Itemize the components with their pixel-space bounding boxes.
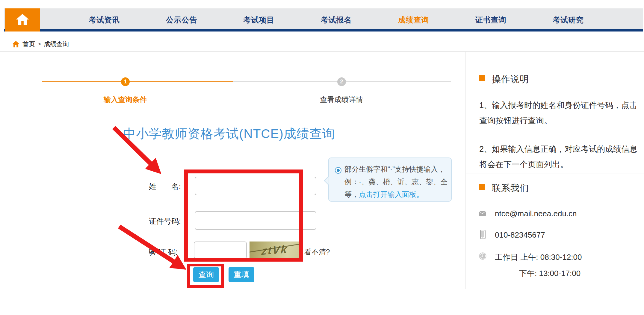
sidebar-section-divider: [466, 173, 644, 173]
contact-phone: 010-82345677: [495, 230, 545, 240]
contact-hours-morning: 工作日 上午: 08:30-12:00: [495, 252, 582, 262]
radio-bullet-icon: [335, 167, 341, 174]
breadcrumb-home-icon: [12, 40, 20, 48]
nav-item-exam-news[interactable]: 考试资讯: [66, 8, 143, 32]
step-2-label: 查看成绩详情: [306, 95, 377, 104]
ntce-score-query-page: 考试资讯 公示公告 考试项目 考试报名 成绩查询 证书查询 考试研究 首页 > …: [0, 0, 644, 315]
home-icon: [16, 13, 29, 27]
contact-bullet: [479, 184, 485, 190]
header-divider: [0, 51, 644, 52]
breadcrumb-separator: >: [38, 41, 41, 47]
top-navigation: 考试资讯 公示公告 考试项目 考试报名 成绩查询 证书查询 考试研究: [4, 8, 643, 32]
nav-item-exam-research[interactable]: 考试研究: [530, 8, 607, 32]
instructions-heading: 操作说明: [492, 73, 529, 86]
nav-menu: 考试资讯 公示公告 考试项目 考试报名 成绩查询 证书查询 考试研究: [66, 8, 607, 32]
query-button[interactable]: 查询: [193, 267, 219, 282]
page-title: 中小学教师资格考试(NTCE)成绩查询: [120, 125, 338, 142]
contact-email[interactable]: ntce@mail.neea.edu.cn: [495, 209, 577, 218]
instructions-item-2: 2、如果输入信息正确，对应考试的成绩信息将会在下一个页面列出。: [479, 142, 639, 172]
open-input-panel-link[interactable]: 点击打开输入面板。: [359, 190, 424, 198]
sidebar-divider: [465, 51, 466, 289]
breadcrumb: 首页 > 成绩查询: [12, 39, 69, 49]
step-2-circle: 2: [337, 77, 346, 86]
name-label: 姓 名:: [149, 182, 188, 191]
captcha-input[interactable]: [194, 242, 247, 259]
step-1-circle: 1: [121, 77, 130, 86]
id-number-label: 证件号码:: [149, 216, 188, 226]
phone-icon: [480, 230, 486, 240]
contact-hours-afternoon: 下午: 13:00-17:00: [519, 268, 580, 279]
step-1-label: 输入查询条件: [89, 95, 161, 104]
annotation-arrow-2: [119, 226, 181, 266]
captcha-refresh-link[interactable]: 看不清?: [304, 247, 330, 257]
instructions-bullet: [479, 75, 485, 81]
captcha-label: 验 证 码:: [149, 247, 188, 257]
captcha-image[interactable]: ztVk: [250, 242, 300, 259]
reset-button[interactable]: 重填: [229, 267, 254, 282]
breadcrumb-home-link[interactable]: 首页: [22, 40, 35, 48]
instructions-item-1: 1、输入报考时的姓名和身份证件号码，点击查询按钮进行查询。: [479, 98, 639, 128]
captcha-text: ztVk: [261, 243, 288, 257]
step-progress-line-active: [42, 81, 233, 82]
nav-item-exam-registration[interactable]: 考试报名: [297, 8, 375, 32]
name-input[interactable]: [195, 177, 316, 195]
clock-icon: [479, 252, 487, 261]
nav-item-announcements[interactable]: 公示公告: [143, 8, 220, 32]
id-number-input[interactable]: [195, 211, 316, 230]
nav-item-certificate-query[interactable]: 证书查询: [452, 8, 530, 32]
nav-home-button[interactable]: [5, 8, 40, 32]
rare-character-tooltip: 部分生僻字和“·”支持快捷输入，例：·、龚、枬、䜣、恵、鋆、仝等，点击打开输入面…: [328, 158, 452, 202]
contact-heading: 联系我们: [492, 182, 529, 194]
nav-item-exam-programs[interactable]: 考试项目: [220, 8, 297, 32]
breadcrumb-current: 成绩查询: [44, 40, 69, 48]
envelope-icon: [479, 211, 486, 218]
nav-item-score-query[interactable]: 成绩查询: [375, 8, 452, 32]
